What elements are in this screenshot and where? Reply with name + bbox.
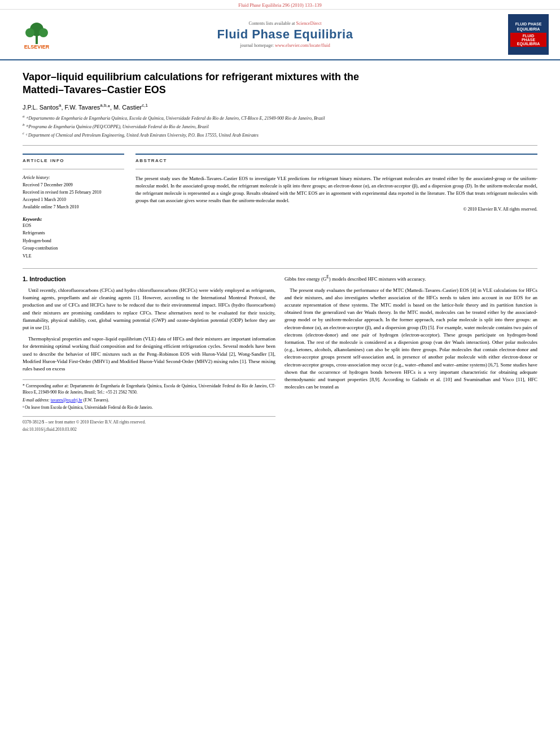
keyword-4: Group-contribution [23, 244, 124, 252]
body-divider [23, 268, 537, 269]
journal-citation: Fluid Phase Equilibria 296 (2010) 133–13… [238, 2, 322, 8]
keywords-list: EOS Refrigerants Hydrogen-bond Group-con… [23, 222, 124, 260]
footnote-area: * Corresponding author at: Departamento … [23, 379, 275, 410]
abstract-rule [135, 169, 537, 169]
sciencedirect-link[interactable]: ScienceDirect [296, 21, 322, 26]
authors-line: J.P.L. Santosa, F.W. Tavaresa,b,*, M. Ca… [23, 103, 537, 111]
keyword-5: VLE [23, 252, 124, 260]
journal-name: Fluid Phase Equilibria [68, 27, 502, 42]
footnote-1: ¹ On leave from Escola de Química, Unive… [23, 404, 275, 410]
date-received: Received 7 December 2009 [23, 182, 124, 189]
corresponding-footnote: * Corresponding author at: Departamento … [23, 383, 275, 396]
svg-text:ELSEVIER: ELSEVIER [24, 44, 50, 50]
cover-title-text: FLUID PHASEEQUILIBRIA [515, 22, 542, 32]
keyword-3: Hydrogen-bond [23, 237, 124, 245]
keyword-1: EOS [23, 222, 124, 230]
article-info-header: ARTICLE INFO [23, 158, 124, 163]
article-info-column: ARTICLE INFO Article history: Received 7… [23, 151, 124, 260]
body-left-column: 1. Introduction Until recently, chlorofl… [23, 274, 275, 433]
abstract-copyright: © 2010 Elsevier B.V. All rights reserved… [135, 207, 537, 212]
affiliations: a ᵃ Departamento de Engenharia de Engenh… [23, 113, 537, 138]
abstract-header: ABSTRACT [135, 158, 537, 163]
right-para-1: Gibbs free energy (GE) models described … [285, 274, 537, 283]
history-label: Article history: [23, 175, 124, 180]
body-right-column: Gibbs free energy (GE) models described … [285, 274, 537, 433]
journal-cover: FLUID PHASEEQUILIBRIA FLUIDPHASEEQUILIBR… [508, 14, 549, 55]
affiliation-b: b ᵇ Programa de Engenharia Química (PEQ/… [23, 122, 537, 130]
elsevier-logo: ELSEVIER [11, 17, 62, 52]
homepage-url[interactable]: www.elsevier.com/locate/fluid [275, 43, 330, 48]
affiliation-c: c ᶜ Department of Chemical and Petroleum… [23, 130, 537, 139]
article-dates: Received 7 December 2009 Received in rev… [23, 182, 124, 211]
top-bar: Fluid Phase Equilibria 296 (2010) 133–13… [0, 0, 560, 10]
intro-para-1: Until recently, chlorofluorocarbons (CFC… [23, 287, 275, 331]
intro-para-2: Thermophysical properties and vapor–liqu… [23, 335, 275, 373]
cover-red-bar: FLUIDPHASEEQUILIBRIA [510, 33, 546, 47]
article-title: Vapor–liquid equilibrium calculations fo… [23, 71, 537, 97]
date-online: Available online 7 March 2010 [23, 204, 124, 211]
issn-text: 0378-3812/$ – see front matter © 2010 El… [23, 419, 146, 425]
date-revised: Received in revised form 25 February 201… [23, 189, 124, 196]
email-link[interactable]: tavares@eq.ufrj.br [51, 397, 82, 403]
right-para-2: The present study evaluates the performa… [285, 287, 537, 391]
header-divider [23, 145, 537, 146]
abstract-column: ABSTRACT The present study uses the Matt… [135, 151, 537, 260]
bottom-bar: 0378-3812/$ – see front matter © 2010 El… [23, 416, 275, 425]
doi-text: doi:10.1016/j.fluid.2010.03.002 [23, 427, 77, 432]
affiliation-a: a ᵃ Departamento de Engenharia de Engenh… [23, 113, 537, 122]
keywords-section: Keywords: EOS Refrigerants Hydrogen-bond… [23, 217, 124, 260]
info-top-rule [23, 154, 124, 155]
journal-header: ELSEVIER Contents lists available at Sci… [0, 10, 560, 60]
keyword-2: Refrigerants [23, 229, 124, 237]
journal-homepage: journal homepage: www.elsevier.com/locat… [68, 43, 502, 48]
abstract-top-rule [135, 154, 537, 155]
svg-point-3 [25, 28, 34, 37]
journal-title-block: Contents lists available at ScienceDirec… [68, 21, 502, 48]
abstract-text: The present study uses the Mattedi–Tavar… [135, 175, 537, 204]
svg-point-4 [39, 28, 48, 37]
contents-line: Contents lists available at ScienceDirec… [68, 21, 502, 26]
info-rule [23, 169, 124, 169]
section-1-title: 1. Introduction [23, 274, 275, 284]
keywords-label: Keywords: [23, 217, 42, 222]
date-accepted: Accepted 1 March 2010 [23, 196, 124, 204]
email-footnote: E-mail address: tavares@eq.ufrj.br (F.W.… [23, 397, 275, 403]
